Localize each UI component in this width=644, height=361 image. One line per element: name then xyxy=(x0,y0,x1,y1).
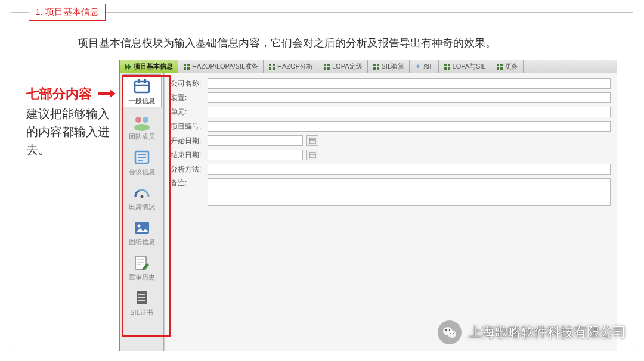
svg-rect-9 xyxy=(327,64,330,66)
svg-rect-18 xyxy=(444,67,447,70)
list-icon xyxy=(132,148,152,166)
sidebar-item-attendance[interactable]: 出席情况 xyxy=(122,181,162,213)
svg-rect-0 xyxy=(184,64,186,66)
sidebar-item-label: 图纸信息 xyxy=(122,238,162,247)
tab-project-basic-info[interactable]: 项目基本信息 xyxy=(120,60,178,73)
label-method: 分析方法: xyxy=(171,164,204,175)
svg-rect-48 xyxy=(309,153,315,158)
input-enddate[interactable] xyxy=(208,150,303,160)
tab-lopa-and-sil[interactable]: LOPA与SIL xyxy=(439,60,491,73)
svg-rect-22 xyxy=(497,67,499,70)
svg-rect-6 xyxy=(269,67,271,70)
input-company[interactable] xyxy=(208,78,611,89)
tabstrip: 项目基本信息 HAZOP/LOPA/SIL准备 HAZOP分析 LOPA定级 S… xyxy=(120,60,617,73)
grid-icon xyxy=(268,63,275,70)
label-unit: 单元: xyxy=(171,107,204,117)
sidebar: 一般信息 团队成员 会议信息 出席情况 xyxy=(120,73,164,351)
tab-label: LOPA定级 xyxy=(332,62,363,71)
svg-rect-27 xyxy=(144,79,146,83)
label-company: 公司名称: xyxy=(171,79,204,89)
form-area: 公司名称: 装置: 单元: 项目编号: 开始日期: xyxy=(164,73,617,351)
sidebar-item-label: 会议信息 xyxy=(122,167,162,176)
svg-point-37 xyxy=(137,225,140,228)
label-projno: 项目编号: xyxy=(171,122,204,132)
annotation-arrow-icon xyxy=(98,89,116,98)
svg-rect-21 xyxy=(500,64,503,66)
input-startdate[interactable] xyxy=(208,135,303,146)
sidebar-item-sil-cert[interactable]: SIL证书 xyxy=(122,287,162,318)
doc-icon xyxy=(132,289,152,307)
sidebar-item-label: 重审历史 xyxy=(122,273,162,282)
svg-point-28 xyxy=(135,117,141,123)
svg-rect-14 xyxy=(373,67,376,70)
tab-label: 项目基本信息 xyxy=(134,62,173,71)
input-remark[interactable] xyxy=(208,178,611,206)
svg-rect-20 xyxy=(497,64,499,66)
tab-more[interactable]: 更多 xyxy=(491,60,524,73)
calendar-picker-start-icon[interactable] xyxy=(306,135,318,146)
svg-rect-4 xyxy=(269,64,271,66)
svg-point-29 xyxy=(143,117,148,123)
grid-icon xyxy=(496,63,503,70)
label-device: 装置: xyxy=(171,93,204,103)
label-startdate: 开始日期: xyxy=(171,136,204,146)
input-unit[interactable] xyxy=(208,107,611,117)
svg-point-52 xyxy=(448,331,456,338)
tab-sil[interactable]: SIL xyxy=(410,60,439,73)
app-window: 项目基本信息 HAZOP/LOPA/SIL准备 HAZOP分析 LOPA定级 S… xyxy=(119,60,617,351)
grid-icon xyxy=(373,63,380,70)
sidebar-item-label: 一般信息 xyxy=(123,97,161,105)
svg-point-30 xyxy=(134,124,150,131)
svg-rect-23 xyxy=(500,67,503,70)
sidebar-item-drawing-info[interactable]: 图纸信息 xyxy=(122,216,162,248)
svg-point-53 xyxy=(445,329,447,331)
watermark-text: 上海歌略软件科技有限公司 xyxy=(469,323,626,341)
image-icon xyxy=(132,219,152,236)
svg-point-56 xyxy=(453,333,454,334)
svg-rect-13 xyxy=(377,64,379,66)
watermark: 上海歌略软件科技有限公司 xyxy=(438,320,626,344)
sidebar-item-label: SIL证书 xyxy=(122,308,162,317)
tab-label: 更多 xyxy=(505,62,518,71)
tab-sil-verify[interactable]: SIL验算 xyxy=(368,60,410,73)
calendar-icon xyxy=(132,77,152,95)
sidebar-item-review-history[interactable]: 重审历史 xyxy=(122,251,162,283)
svg-rect-46 xyxy=(309,138,315,144)
sidebar-item-label: 团队成员 xyxy=(122,132,162,141)
edit-icon xyxy=(132,254,152,272)
label-enddate: 结束日期: xyxy=(171,150,204,160)
svg-rect-5 xyxy=(273,64,275,66)
svg-rect-11 xyxy=(327,67,330,70)
svg-rect-26 xyxy=(138,79,140,83)
people-icon xyxy=(132,113,152,131)
sidebar-item-general-info[interactable]: 一般信息 xyxy=(122,74,162,107)
svg-rect-15 xyxy=(377,67,379,70)
svg-rect-16 xyxy=(444,64,447,66)
svg-rect-17 xyxy=(448,64,450,66)
svg-rect-19 xyxy=(448,67,450,70)
tab-hazop-analysis[interactable]: HAZOP分析 xyxy=(264,60,318,73)
svg-point-54 xyxy=(449,329,450,331)
sidebar-item-team-members[interactable]: 团队成员 xyxy=(122,111,162,142)
svg-rect-12 xyxy=(373,64,376,66)
svg-rect-2 xyxy=(184,67,186,70)
svg-point-35 xyxy=(140,195,143,198)
tab-label: SIL验算 xyxy=(382,62,405,71)
tab-label: HAZOP/LOPA/SIL准备 xyxy=(192,62,258,71)
sidebar-item-meeting-info[interactable]: 会议信息 xyxy=(122,146,162,178)
section-title-badge: 1. 项目基本信息 xyxy=(29,4,106,21)
svg-point-55 xyxy=(450,333,451,334)
grid-icon xyxy=(183,63,190,70)
tab-lopa-grade[interactable]: LOPA定级 xyxy=(318,60,368,73)
tab-label: SIL xyxy=(423,63,434,70)
input-projno[interactable] xyxy=(208,121,611,132)
calendar-picker-end-icon[interactable] xyxy=(306,150,318,160)
grid-icon xyxy=(444,63,451,70)
svg-rect-8 xyxy=(324,64,326,66)
svg-rect-24 xyxy=(135,82,149,92)
input-device[interactable] xyxy=(208,92,611,103)
tab-arrow-icon xyxy=(125,63,132,70)
tab-hazop-lopa-sil-prepare[interactable]: HAZOP/LOPA/SIL准备 xyxy=(178,60,264,73)
svg-rect-1 xyxy=(187,64,190,66)
input-method[interactable] xyxy=(208,164,611,175)
